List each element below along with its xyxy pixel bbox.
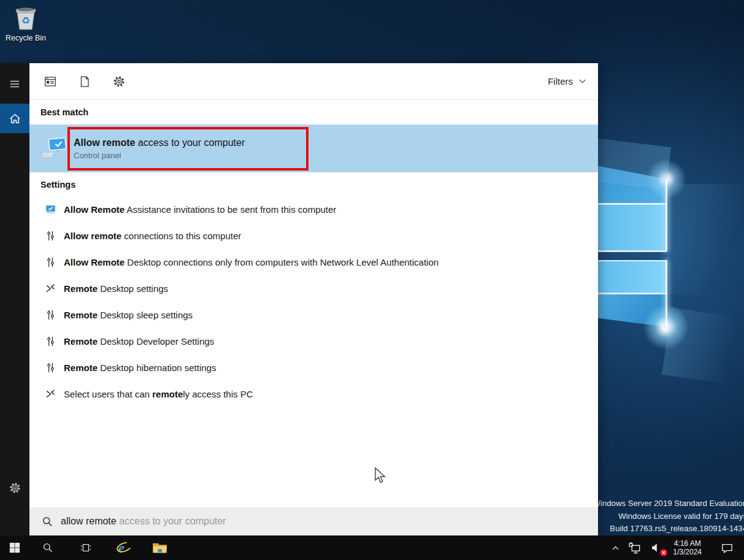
eval-watermark: Windows Server 2019 Standard Evaluation … [593, 497, 744, 535]
settings-result-text: Remote Desktop Developer Settings [64, 336, 214, 347]
tray-expand-button[interactable] [607, 535, 624, 560]
documents-filter-icon[interactable] [79, 75, 91, 88]
sliders-icon [45, 257, 56, 267]
system-tray: 4:16 AM 1/3/2024 [607, 535, 744, 560]
action-center-icon [721, 542, 734, 554]
task-view-button[interactable] [71, 535, 101, 560]
watermark-line: Build 17763.rs5_release.180914-1434 [593, 523, 744, 535]
taskbar-clock[interactable]: 4:16 AM 1/3/2024 [667, 539, 708, 557]
ethernet-icon [629, 542, 642, 554]
menu-button[interactable] [0, 71, 29, 98]
clock-date: 1/3/2024 [673, 548, 702, 557]
settings-result-item[interactable]: Remote Desktop Developer Settings [29, 328, 598, 355]
recycle-bin-icon: ♻ [12, 4, 40, 33]
svg-text:e: e [118, 540, 124, 556]
search-typed-text: allow remote [61, 516, 117, 526]
svg-text:♻: ♻ [21, 15, 30, 26]
best-match-result[interactable]: Allow remote access to your computer Con… [29, 125, 598, 172]
home-tab[interactable] [0, 104, 29, 133]
settings-result-item[interactable]: Remote Desktop settings [29, 275, 598, 302]
recycle-bin[interactable]: ♻ Recycle Bin [4, 4, 48, 42]
wallpaper-light-ray [666, 184, 744, 294]
recycle-bin-label: Recycle Bin [4, 34, 48, 42]
best-match-subtitle: Control panel [74, 151, 245, 160]
gear-icon [9, 482, 21, 494]
volume-tray-button[interactable] [646, 535, 667, 560]
search-side-rail [0, 63, 29, 535]
settings-result-text: Allow Remote Assistance invitations to b… [64, 204, 336, 215]
sliders-icon [45, 336, 56, 347]
settings-result-text: Allow remote connections to this compute… [64, 231, 241, 241]
sliders-icon [45, 362, 56, 373]
taskbar: e 4:16 AM 1/3/2024 [0, 535, 744, 560]
wrench-icon [45, 283, 56, 294]
apps-filter-icon[interactable] [44, 75, 56, 88]
search-filter-bar: Filters [29, 63, 598, 100]
start-icon [9, 542, 20, 553]
settings-section-label: Settings [29, 172, 598, 196]
desktop: Windows Server 2019 Standard Evaluation … [0, 0, 744, 560]
sliders-icon [45, 310, 56, 320]
best-match-label: Best match [29, 100, 598, 125]
best-match-title: Allow remote access to your computer [74, 137, 245, 148]
internet-explorer-button[interactable]: e [109, 535, 139, 560]
wrench-icon [45, 389, 56, 399]
filters-label: Filters [548, 76, 573, 86]
internet-explorer-icon: e [116, 540, 132, 556]
settings-results-list: Allow Remote Assistance invitations to b… [29, 196, 598, 407]
menu-icon [9, 79, 20, 90]
settings-result-item[interactable]: Allow Remote Assistance invitations to b… [29, 196, 598, 223]
settings-result-item[interactable]: Allow remote connections to this compute… [29, 223, 598, 249]
monitor-check-icon [45, 204, 56, 215]
taskbar-search-button[interactable] [33, 535, 63, 560]
search-flyout-panel: Filters Best match Allow remote access t… [0, 63, 598, 535]
search-icon [42, 542, 53, 553]
file-explorer-button[interactable] [145, 535, 174, 560]
settings-result-item[interactable]: Remote Desktop sleep settings [29, 302, 598, 328]
start-button[interactable] [0, 535, 29, 560]
filters-dropdown[interactable]: Filters [548, 76, 598, 86]
settings-result-item[interactable]: Allow Remote Desktop connections only fr… [29, 249, 598, 275]
chevron-down-icon [578, 77, 587, 86]
search-results-panel: Filters Best match Allow remote access t… [29, 63, 598, 535]
settings-result-text: Remote Desktop settings [64, 283, 168, 294]
sliders-icon [45, 231, 56, 241]
settings-result-text: Remote Desktop hibernation settings [64, 362, 216, 373]
home-icon [9, 112, 21, 125]
search-input[interactable]: allow remote access to your computer [29, 507, 598, 535]
search-suggestion-text: access to your computer [117, 516, 226, 526]
settings-result-item[interactable]: Remote Desktop hibernation settings [29, 355, 598, 381]
settings-result-text: Remote Desktop sleep settings [64, 310, 193, 320]
magnifier-icon [42, 516, 53, 527]
file-explorer-icon [151, 540, 168, 556]
watermark-line: Windows Server 2019 Standard Evaluation [593, 497, 744, 510]
wallpaper-window-edge [665, 260, 667, 328]
mute-badge-icon [660, 549, 667, 556]
action-center-button[interactable] [716, 535, 738, 560]
clock-time: 4:16 AM [673, 539, 702, 548]
chevron-up-icon [611, 543, 620, 553]
monitor-check-large-icon [43, 136, 69, 161]
task-view-icon [80, 542, 91, 553]
search-settings-button[interactable] [0, 474, 29, 501]
settings-result-item[interactable]: Select users that can remotely access th… [29, 381, 598, 407]
wallpaper-window-edge [665, 179, 667, 251]
watermark-line: Windows License valid for 179 days [593, 510, 744, 523]
settings-result-text: Allow Remote Desktop connections only fr… [64, 257, 439, 267]
network-tray-button[interactable] [624, 535, 646, 560]
settings-filter-icon[interactable] [113, 75, 125, 88]
settings-result-text: Select users that can remotely access th… [64, 389, 253, 399]
